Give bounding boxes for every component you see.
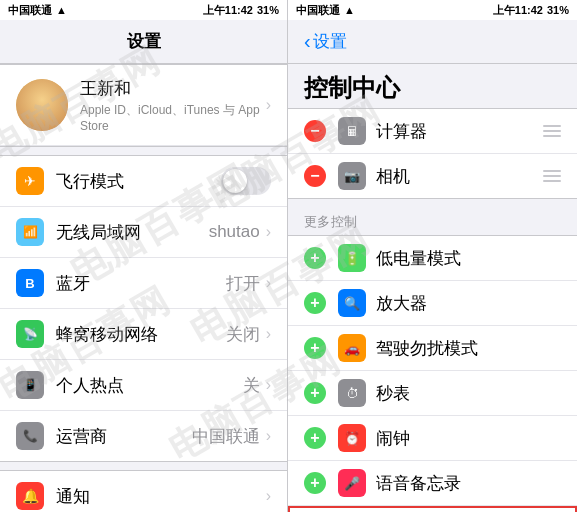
magnifier-label: 放大器	[376, 292, 561, 315]
voice-memo-add-btn[interactable]: +	[304, 472, 326, 494]
camera-remove-btn[interactable]: −	[304, 165, 326, 187]
camera-drag-handle[interactable]	[543, 170, 561, 182]
carrier-left: 中国联通	[8, 3, 52, 18]
profile-row[interactable]: 王新和 Apple ID、iCloud、iTunes 与 App Store ›	[0, 65, 287, 146]
back-chevron-icon: ‹	[304, 30, 311, 53]
bluetooth-icon: B	[16, 269, 44, 297]
carrier-value: 中国联通	[192, 425, 260, 448]
left-navbar: 设置	[0, 20, 287, 64]
more-controls-label: 更多控制	[288, 207, 577, 235]
driving-dnd-icon: 🚗	[338, 334, 366, 362]
right-status-right: 上午11:42 31%	[493, 3, 569, 18]
driving-dnd-add-btn[interactable]: +	[304, 337, 326, 359]
wifi-row[interactable]: 📶 无线局域网 shutao ›	[0, 207, 287, 258]
calculator-label: 计算器	[376, 120, 539, 143]
wifi-chevron: ›	[266, 223, 271, 241]
right-title: 控制中心	[288, 64, 577, 108]
bluetooth-row[interactable]: B 蓝牙 打开 ›	[0, 258, 287, 309]
notification-section: 🔔 通知 › 控制中心 ›	[0, 470, 287, 512]
right-carrier: 中国联通	[296, 3, 340, 18]
magnifier-add-btn[interactable]: +	[304, 292, 326, 314]
avatar	[16, 79, 68, 131]
profile-sub: Apple ID、iCloud、iTunes 与 App Store	[80, 102, 266, 133]
profile-chevron: ›	[266, 96, 271, 114]
right-signal-icon: ▲	[344, 4, 355, 16]
cellular-chevron: ›	[266, 325, 271, 343]
back-button[interactable]: ‹ 设置	[304, 30, 347, 53]
bluetooth-label: 蓝牙	[56, 272, 226, 295]
more-section: + 🔋 低电量模式 + 🔍 放大器 + 🚗 驾驶勿扰模式	[288, 235, 577, 512]
carrier-row[interactable]: 📞 运营商 中国联通 ›	[0, 411, 287, 461]
bluetooth-chevron: ›	[266, 274, 271, 292]
toggle-knob	[223, 169, 247, 193]
hotspot-row[interactable]: 📱 个人热点 关 ›	[0, 360, 287, 411]
airplane-icon: ✈	[16, 167, 44, 195]
camera-icon: 📷	[338, 162, 366, 190]
carrier-label: 运营商	[56, 425, 192, 448]
hotspot-chevron: ›	[266, 376, 271, 394]
profile-name: 王新和	[80, 77, 266, 100]
profile-info: 王新和 Apple ID、iCloud、iTunes 与 App Store	[80, 77, 266, 133]
low-power-row[interactable]: + 🔋 低电量模式	[288, 236, 577, 281]
avatar-image	[16, 79, 68, 131]
status-left: 中国联通 ▲	[8, 3, 67, 18]
calculator-remove-btn[interactable]: −	[304, 120, 326, 142]
cellular-row[interactable]: 📡 蜂窝移动网络 关闭 ›	[0, 309, 287, 360]
profile-section: 王新和 Apple ID、iCloud、iTunes 与 App Store ›	[0, 64, 287, 147]
carrier-icon: 📞	[16, 422, 44, 450]
notifications-icon: 🔔	[16, 482, 44, 510]
wifi-label: 无线局域网	[56, 221, 209, 244]
status-right: 上午11:42 31%	[203, 3, 279, 18]
low-power-icon: 🔋	[338, 244, 366, 272]
low-power-add-btn[interactable]: +	[304, 247, 326, 269]
alarm-add-btn[interactable]: +	[304, 427, 326, 449]
voice-memo-row[interactable]: + 🎤 语音备忘录	[288, 461, 577, 506]
left-status-bar: 中国联通 ▲ 上午11:42 31%	[0, 0, 287, 20]
left-nav-title: 设置	[127, 30, 161, 53]
calculator-drag-handle[interactable]	[543, 125, 561, 137]
stopwatch-add-btn[interactable]: +	[304, 382, 326, 404]
back-label: 设置	[313, 30, 347, 53]
hotspot-value: 关	[243, 374, 260, 397]
camera-label: 相机	[376, 165, 539, 188]
alarm-icon: ⏰	[338, 424, 366, 452]
driving-dnd-label: 驾驶勿扰模式	[376, 337, 561, 360]
bluetooth-value: 打开	[226, 272, 260, 295]
voice-memo-label: 语音备忘录	[376, 472, 561, 495]
notifications-label: 通知	[56, 485, 266, 508]
cellular-label: 蜂窝移动网络	[56, 323, 226, 346]
control-list: − 🖩 计算器 − 📷 相机	[288, 108, 577, 512]
right-status-left: 中国联通 ▲	[296, 3, 355, 18]
magnifier-row[interactable]: + 🔍 放大器	[288, 281, 577, 326]
airplane-label: 飞行模式	[56, 170, 221, 193]
battery-left: 31%	[257, 4, 279, 16]
notifications-chevron: ›	[266, 487, 271, 505]
right-status-bar: 中国联通 ▲ 上午11:42 31%	[288, 0, 577, 20]
settings-list: 王新和 Apple ID、iCloud、iTunes 与 App Store ›…	[0, 64, 287, 512]
alarm-label: 闹钟	[376, 427, 561, 450]
stopwatch-row[interactable]: + ⏱ 秒表	[288, 371, 577, 416]
network-section: ✈ 飞行模式 📶 无线局域网 shutao › B	[0, 155, 287, 462]
low-power-label: 低电量模式	[376, 247, 561, 270]
camera-row[interactable]: − 📷 相机	[288, 154, 577, 198]
signal-icon-left: ▲	[56, 4, 67, 16]
right-battery: 31%	[547, 4, 569, 16]
wifi-value: shutao	[209, 222, 260, 242]
accessibility-shortcuts-row[interactable]: + ♿ Accessibility Shortcuts	[288, 506, 577, 512]
hotspot-icon: 📱	[16, 371, 44, 399]
airplane-row[interactable]: ✈ 飞行模式	[0, 156, 287, 207]
right-time: 上午11:42	[493, 3, 543, 18]
right-navbar: ‹ 设置	[288, 20, 577, 64]
carrier-chevron: ›	[266, 427, 271, 445]
stopwatch-label: 秒表	[376, 382, 561, 405]
driving-dnd-row[interactable]: + 🚗 驾驶勿扰模式	[288, 326, 577, 371]
calculator-row[interactable]: − 🖩 计算器	[288, 109, 577, 154]
magnifier-icon: 🔍	[338, 289, 366, 317]
cellular-value: 关闭	[226, 323, 260, 346]
wifi-icon: 📶	[16, 218, 44, 246]
voice-memo-icon: 🎤	[338, 469, 366, 497]
time-left: 上午11:42	[203, 3, 253, 18]
notifications-row[interactable]: 🔔 通知 ›	[0, 471, 287, 512]
airplane-toggle[interactable]	[221, 167, 271, 195]
alarm-row[interactable]: + ⏰ 闹钟	[288, 416, 577, 461]
